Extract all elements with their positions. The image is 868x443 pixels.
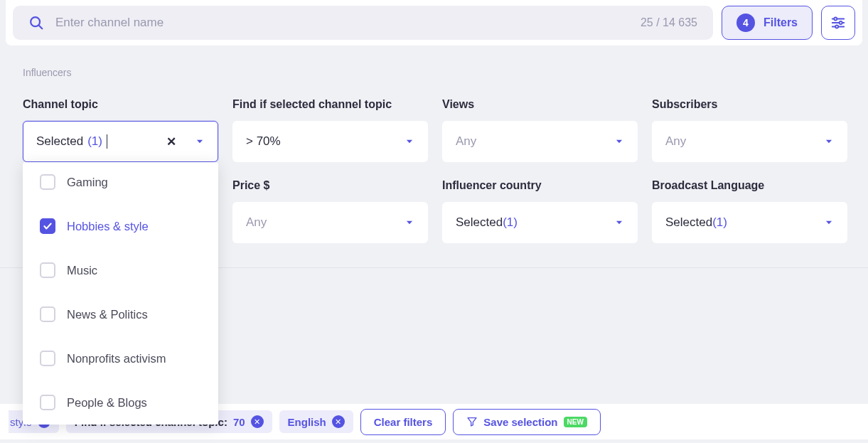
views-dropdown[interactable]: Any [442, 121, 638, 162]
search-icon [28, 15, 44, 31]
topic-label: News & Politics [67, 308, 148, 321]
chevron-down-icon [824, 218, 834, 228]
section-title-influencers: Influencers [0, 46, 868, 78]
funnel-icon [466, 416, 478, 427]
topic-option[interactable]: Gaming [23, 162, 218, 204]
chevron-down-icon [404, 218, 414, 228]
chevron-down-icon [824, 137, 834, 146]
search-container: 25 / 14 635 [13, 6, 713, 40]
dropdown-selected-prefix: Selected [36, 134, 83, 149]
filter-country: Influencer country Selected (1) [442, 179, 638, 243]
checkbox-icon[interactable] [40, 395, 55, 410]
price-dropdown[interactable]: Any [232, 202, 428, 243]
sliders-icon [830, 15, 846, 31]
search-count: 25 / 14 635 [641, 16, 697, 29]
dropdown-selected-count: (1) [87, 134, 102, 149]
checkbox-icon[interactable] [40, 218, 55, 234]
topic-option[interactable]: News & Politics [23, 292, 218, 336]
dropdown-value: Any [456, 134, 476, 149]
filter-label: Influencer country [442, 179, 638, 192]
search-input[interactable] [55, 16, 629, 30]
button-label: Clear filters [374, 416, 433, 428]
dropdown-selected-count: (1) [712, 215, 824, 230]
dropdown-selected-prefix: Selected [456, 215, 503, 230]
button-label: Save selection [483, 416, 557, 428]
svg-line-1 [39, 26, 43, 29]
filter-chip-english[interactable]: English ✕ [279, 410, 353, 433]
filter-price: Price $ Any [232, 179, 428, 243]
language-dropdown[interactable]: Selected (1) [652, 202, 847, 243]
clear-filters-button[interactable]: Clear filters [360, 409, 446, 435]
chip-value: 70 [233, 416, 245, 428]
filter-label: Broadcast Language [652, 179, 847, 192]
checkbox-icon[interactable] [40, 351, 55, 366]
threshold-dropdown[interactable]: > 70% [232, 121, 428, 162]
filter-views: Views Any [442, 98, 638, 162]
filters-count-badge: 4 [736, 14, 755, 32]
channel-topic-dropdown-popup: GamingHobbies & styleMusicNews & Politic… [23, 162, 218, 425]
filter-settings-button[interactable] [821, 6, 855, 40]
subscribers-dropdown[interactable]: Any [652, 121, 847, 162]
dropdown-value: Any [665, 134, 686, 149]
channel-topic-dropdown[interactable]: Selected (1) ✕ [23, 121, 218, 162]
topic-option[interactable]: Hobbies & style [23, 204, 218, 248]
text-caret [107, 134, 107, 149]
save-selection-button[interactable]: Save selection NEW [453, 409, 601, 435]
svg-point-7 [835, 25, 838, 28]
checkbox-icon[interactable] [40, 306, 55, 322]
filter-label: Find if selected channel topic [232, 98, 428, 111]
chevron-down-icon [614, 137, 624, 146]
topic-option[interactable]: Music [23, 248, 218, 292]
topic-option[interactable]: Nonprofits activism [23, 336, 218, 380]
chevron-down-icon [614, 218, 624, 228]
filter-label: Subscribers [652, 98, 847, 111]
new-badge: NEW [564, 417, 587, 427]
filter-label: Views [442, 98, 638, 111]
filter-label: Price $ [232, 179, 428, 192]
filter-label: Channel topic [23, 98, 218, 111]
dropdown-selected-prefix: Selected [665, 215, 712, 230]
chevron-down-icon [195, 137, 205, 146]
filter-channel-topic: Channel topic Selected (1) ✕ [23, 98, 218, 162]
filter-subscribers: Subscribers Any [652, 98, 847, 162]
filter-language: Broadcast Language Selected (1) [652, 179, 847, 243]
dropdown-value: Any [246, 215, 267, 230]
filters-label: Filters [763, 16, 798, 29]
top-bar: 25 / 14 635 4 Filters [6, 0, 862, 46]
chip-label: English [288, 416, 326, 428]
clear-icon[interactable]: ✕ [166, 134, 176, 149]
chip-remove-icon[interactable]: ✕ [332, 415, 345, 428]
filter-threshold: Find if selected channel topic > 70% [232, 98, 428, 162]
topic-label: Nonprofits activism [67, 352, 166, 365]
country-dropdown[interactable]: Selected (1) [442, 202, 638, 243]
checkbox-icon[interactable] [40, 174, 55, 190]
chevron-down-icon [404, 137, 414, 146]
topic-list[interactable]: GamingHobbies & styleMusicNews & Politic… [23, 162, 218, 425]
dropdown-selected-count: (1) [503, 215, 614, 230]
topic-label: People & Blogs [67, 396, 147, 410]
filters-button[interactable]: 4 Filters [722, 6, 813, 40]
chip-remove-icon[interactable]: ✕ [251, 415, 264, 428]
topic-label: Gaming [67, 176, 108, 189]
topic-option[interactable]: People & Blogs [23, 380, 218, 425]
checkbox-icon[interactable] [40, 262, 55, 278]
topic-label: Music [67, 264, 97, 277]
dropdown-value: > 70% [246, 134, 281, 149]
svg-point-3 [834, 17, 837, 20]
svg-point-5 [840, 21, 842, 24]
topic-label: Hobbies & style [67, 220, 149, 233]
